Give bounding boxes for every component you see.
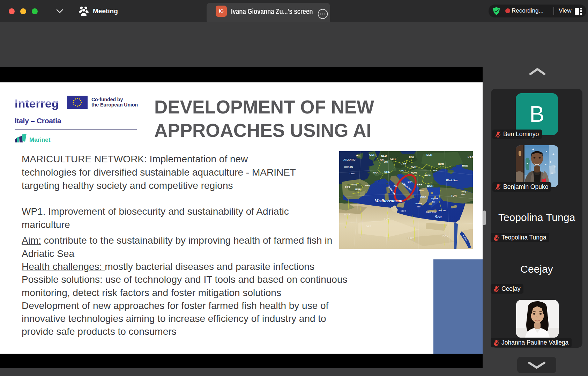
svg-text:MDA: MDA <box>433 169 438 171</box>
svg-text:HUN: HUN <box>411 171 417 174</box>
svg-text:EGY: EGY <box>442 235 449 238</box>
svg-text:BIH: BIH <box>408 180 412 183</box>
svg-text:MAD: MAD <box>365 184 370 186</box>
svg-text:MAR: MAR <box>344 213 350 216</box>
svg-text:FRA: FRA <box>373 171 379 174</box>
svg-text:Sea of Crete: Sea of Crete <box>426 211 437 213</box>
svg-text:AUT: AUT <box>400 169 406 172</box>
svg-text:PRT: PRT <box>345 186 350 189</box>
svg-text:DZA: DZA <box>366 225 372 228</box>
svg-text:LUX: LUX <box>384 161 388 163</box>
svg-text:ESP: ESP <box>355 188 361 191</box>
svg-text:KAZ: KAZ <box>468 156 473 159</box>
svg-text:DEU: DEU <box>390 158 396 161</box>
svg-text:OCEAN: OCEAN <box>344 166 353 168</box>
svg-text:LBY: LBY <box>408 237 414 240</box>
svg-text:ITA: ITA <box>394 185 397 187</box>
svg-text:Ionian: Ionian <box>415 202 422 205</box>
svg-text:Black Sea: Black Sea <box>446 179 457 182</box>
svg-text:RUS: RUS <box>462 164 468 167</box>
svg-text:Sea: Sea <box>417 205 420 208</box>
svg-text:Azov: Azov <box>461 193 466 195</box>
svg-text:Liby.Sea: Liby.Sea <box>437 209 446 212</box>
svg-text:SVK: SVK <box>411 165 417 169</box>
svg-text:ATLANTIC: ATLANTIC <box>343 158 355 161</box>
svg-text:Biscay: Biscay <box>351 184 357 186</box>
svg-text:Sea of: Sea of <box>461 191 467 193</box>
svg-text:MLT: MLT <box>401 209 406 213</box>
svg-text:MKD: MKD <box>419 190 424 192</box>
svg-text:NLD: NLD <box>381 154 387 157</box>
svg-text:POL: POL <box>409 156 415 159</box>
svg-text:GBR: GBR <box>369 153 375 156</box>
svg-text:Celtic: Celtic <box>350 172 355 175</box>
svg-text:Sea: Sea <box>432 201 435 203</box>
svg-text:CZE: CZE <box>401 162 407 165</box>
svg-text:IRL: IRL <box>356 154 360 157</box>
svg-text:ROU: ROU <box>425 174 431 177</box>
svg-text:Sea: Sea <box>435 214 442 219</box>
svg-text:GRC: GRC <box>420 196 426 199</box>
svg-text:CHE: CHE <box>384 170 390 174</box>
svg-text:TUR: TUR <box>451 194 457 197</box>
svg-text:UKR: UKR <box>438 163 444 166</box>
svg-text:Mediterranean: Mediterranean <box>374 198 402 203</box>
svg-text:SRB: SRB <box>417 183 423 186</box>
svg-text:BGR: BGR <box>427 184 433 187</box>
svg-text:TUN: TUN <box>384 217 390 220</box>
svg-text:BLR: BLR <box>426 153 432 156</box>
svg-text:Aegean: Aegean <box>430 197 438 200</box>
